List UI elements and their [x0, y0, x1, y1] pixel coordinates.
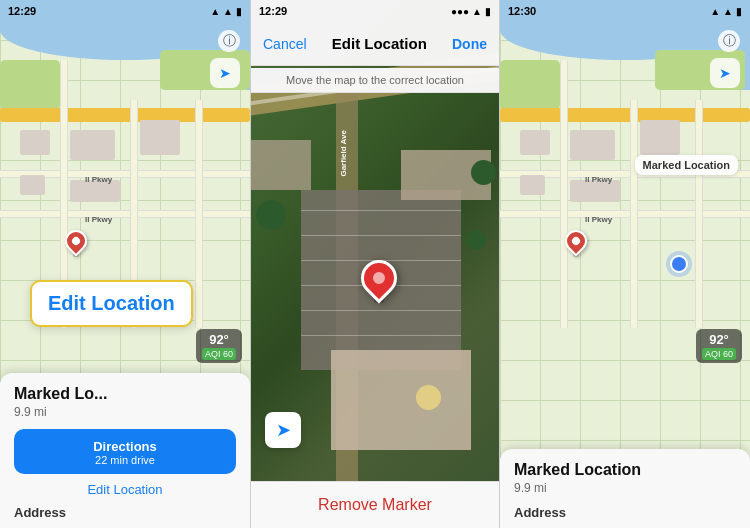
highway-road — [0, 108, 250, 122]
parking-line-1 — [301, 210, 461, 211]
road-label-pkwy-2: ll Pkwy — [85, 215, 112, 224]
status-icons-3: ▲ ▲ ▮ — [710, 6, 742, 17]
large-pin-head — [354, 253, 405, 304]
address-label-3: Address — [514, 505, 736, 520]
road-label-3a: ll Pkwy — [585, 175, 612, 184]
nav-title-2: Edit Location — [332, 35, 427, 52]
card-title-1: Marked Lo... — [14, 385, 236, 403]
cancel-button[interactable]: Cancel — [263, 36, 307, 52]
edit-location-tooltip: Edit Location — [30, 280, 193, 327]
location-button-3[interactable]: ➤ — [710, 58, 740, 88]
marked-location-badge: Marked Location — [635, 155, 738, 175]
building-block-4 — [20, 175, 45, 195]
directions-button-1[interactable]: Directions 22 min drive — [14, 429, 236, 474]
building-block-2 — [70, 130, 115, 160]
tooltip-title: Edit Location — [48, 292, 175, 315]
weather-temp-1: 92° — [202, 332, 236, 347]
road-h-3b — [500, 210, 750, 218]
road-v-3b — [630, 100, 638, 328]
park-3a — [500, 60, 560, 110]
building-block — [20, 130, 50, 155]
signal-icon-3: ▲ — [710, 6, 720, 17]
battery-icon-3: ▮ — [736, 6, 742, 17]
compass-button[interactable]: ➤ — [265, 412, 301, 448]
bld-3c — [640, 120, 680, 155]
tree-patch-3 — [471, 160, 496, 185]
weather-badge-3: 92° AQI 60 — [696, 329, 742, 363]
battery-icon-2: ▮ — [485, 6, 491, 17]
status-bar-1: 12:29 ▲ ▲ ▮ — [0, 0, 250, 22]
wifi-icon-3: ▲ — [723, 6, 733, 17]
remove-marker-button[interactable]: Remove Marker — [251, 481, 499, 528]
nav-bar-2: Cancel Edit Location Done — [251, 22, 499, 66]
nav-subtitle-2: Move the map to the correct location — [251, 68, 499, 93]
address-label-1: Address — [14, 505, 236, 520]
directions-label-1: Directions — [93, 439, 157, 454]
status-bar-2: 12:29 ●●● ▲ ▮ — [251, 0, 499, 22]
battery-icon-1: ▮ — [236, 6, 242, 17]
blue-dot — [670, 255, 688, 273]
weather-badge-1: 92° AQI 60 — [196, 329, 242, 363]
road-v-3a — [560, 60, 568, 328]
sat-road-label: Garfield Ave — [339, 130, 348, 177]
wifi-icon-1: ▲ — [223, 6, 233, 17]
wifi-icon-2: ▲ — [472, 6, 482, 17]
bottom-card-3: Marked Location 9.9 mi Address — [500, 449, 750, 528]
road-v3 — [195, 100, 203, 328]
highway-3 — [500, 108, 750, 122]
card-sub-3: 9.9 mi — [514, 481, 736, 495]
directions-sub-1: 22 min drive — [14, 454, 236, 466]
phone-panel-3: ll Pkwy ll Pkwy 12:30 ▲ ▲ ▮ ⓘ ➤ Marked L… — [500, 0, 750, 528]
status-icons-1: ▲ ▲ ▮ — [210, 6, 242, 17]
weather-aqi-1: AQI 60 — [202, 348, 236, 360]
park-area — [0, 60, 60, 110]
road-label-pkwy: ll Pkwy — [85, 175, 112, 184]
parking-line-5 — [301, 310, 461, 311]
status-icons-2: ●●● ▲ ▮ — [451, 6, 491, 17]
status-time-1: 12:29 — [8, 5, 36, 17]
sat-building-3 — [251, 140, 311, 190]
bld-3d — [520, 175, 545, 195]
phone-panel-2: Garfield Ave 12:29 ●●● ▲ ▮ Cancel Edit L… — [250, 0, 500, 528]
sat-yellow-circle — [416, 385, 441, 410]
map-pin-3 — [565, 230, 587, 257]
done-button[interactable]: Done — [452, 36, 487, 52]
card-title-3: Marked Location — [514, 461, 736, 479]
parking-line-2 — [301, 235, 461, 236]
bld-3a — [520, 130, 550, 155]
building-block-3 — [140, 120, 180, 155]
pin-head-1 — [60, 225, 91, 256]
compass-icon: ➤ — [276, 419, 291, 441]
bottom-card-1: Marked Lo... 9.9 mi Directions 22 min dr… — [0, 373, 250, 528]
card-sub-1: 9.9 mi — [14, 405, 236, 419]
sat-building-main — [331, 350, 471, 450]
road-v-3c — [695, 100, 703, 328]
phone-panel-1: ll Pkwy ll Pkwy 12:29 ▲ ▲ ▮ ⓘ ➤ 92° AQI … — [0, 0, 250, 528]
tree-patch-1 — [256, 200, 286, 230]
map-pin-1 — [65, 230, 87, 257]
status-bar-3: 12:30 ▲ ▲ ▮ — [500, 0, 750, 22]
weather-aqi-3: AQI 60 — [702, 348, 736, 360]
parking-line-6 — [301, 335, 461, 336]
location-button-1[interactable]: ➤ — [210, 58, 240, 88]
pin-head-3 — [560, 225, 591, 256]
status-time-2: 12:29 — [259, 5, 287, 17]
weather-temp-3: 92° — [702, 332, 736, 347]
road-label-3b: ll Pkwy — [585, 215, 612, 224]
info-button-3[interactable]: ⓘ — [718, 30, 740, 52]
bld-3b — [570, 130, 615, 160]
road-h2 — [0, 210, 250, 218]
info-button-1[interactable]: ⓘ — [218, 30, 240, 52]
signal-icon-1: ▲ — [210, 6, 220, 17]
signal-icon-2: ●●● — [451, 6, 469, 17]
edit-location-link-1[interactable]: Edit Location — [14, 482, 236, 497]
panel2-bottom: Remove Marker — [251, 481, 499, 528]
status-time-3: 12:30 — [508, 5, 536, 17]
large-map-pin — [361, 260, 397, 303]
tree-patch-2 — [466, 230, 486, 250]
